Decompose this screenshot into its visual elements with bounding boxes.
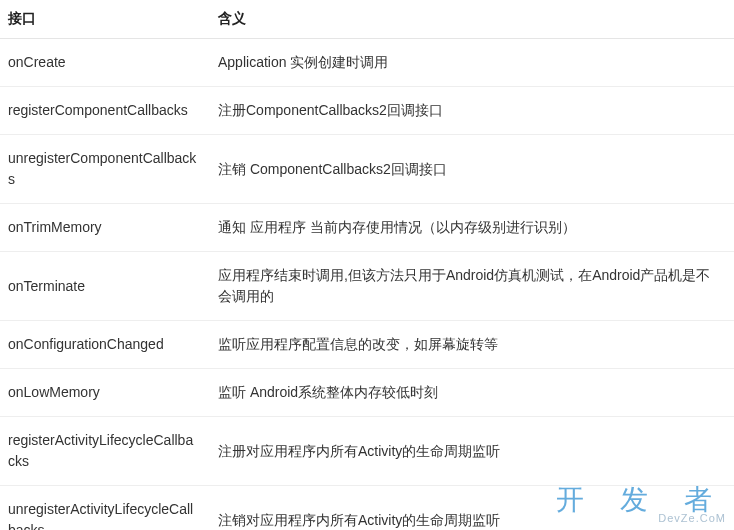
table-row: registerComponentCallbacks 注册ComponentCa… [0, 87, 734, 135]
cell-interface: onCreate [0, 39, 210, 87]
cell-interface: onTrimMemory [0, 204, 210, 252]
cell-interface: unregisterActivityLifecycleCallbacks [0, 486, 210, 531]
cell-meaning: 监听 Android系统整体内存较低时刻 [210, 369, 734, 417]
table-row: registerActivityLifecycleCallbacks 注册对应用… [0, 417, 734, 486]
cell-interface: onConfigurationChanged [0, 321, 210, 369]
cell-interface: onLowMemory [0, 369, 210, 417]
cell-interface: registerComponentCallbacks [0, 87, 210, 135]
header-interface: 接口 [0, 0, 210, 39]
cell-interface: unregisterComponentCallbacks [0, 135, 210, 204]
cell-meaning: 监听应用程序配置信息的改变，如屏幕旋转等 [210, 321, 734, 369]
cell-interface: onTerminate [0, 252, 210, 321]
table-header-row: 接口 含义 [0, 0, 734, 39]
table-row: onTrimMemory 通知 应用程序 当前内存使用情况（以内存级别进行识别） [0, 204, 734, 252]
cell-meaning: Application 实例创建时调用 [210, 39, 734, 87]
cell-meaning: 注销 ComponentCallbacks2回调接口 [210, 135, 734, 204]
table-row: onLowMemory 监听 Android系统整体内存较低时刻 [0, 369, 734, 417]
api-table: 接口 含义 onCreate Application 实例创建时调用 regis… [0, 0, 734, 530]
cell-meaning: 注册ComponentCallbacks2回调接口 [210, 87, 734, 135]
cell-meaning: 注销对应用程序内所有Activity的生命周期监听 [210, 486, 734, 531]
table-row: onConfigurationChanged 监听应用程序配置信息的改变，如屏幕… [0, 321, 734, 369]
cell-meaning: 通知 应用程序 当前内存使用情况（以内存级别进行识别） [210, 204, 734, 252]
cell-meaning: 注册对应用程序内所有Activity的生命周期监听 [210, 417, 734, 486]
table-row: unregisterActivityLifecycleCallbacks 注销对… [0, 486, 734, 531]
table-row: unregisterComponentCallbacks 注销 Componen… [0, 135, 734, 204]
cell-meaning: 应用程序结束时调用,但该方法只用于Android仿真机测试，在Android产品… [210, 252, 734, 321]
table-row: onCreate Application 实例创建时调用 [0, 39, 734, 87]
cell-interface: registerActivityLifecycleCallbacks [0, 417, 210, 486]
header-meaning: 含义 [210, 0, 734, 39]
table-row: onTerminate 应用程序结束时调用,但该方法只用于Android仿真机测… [0, 252, 734, 321]
